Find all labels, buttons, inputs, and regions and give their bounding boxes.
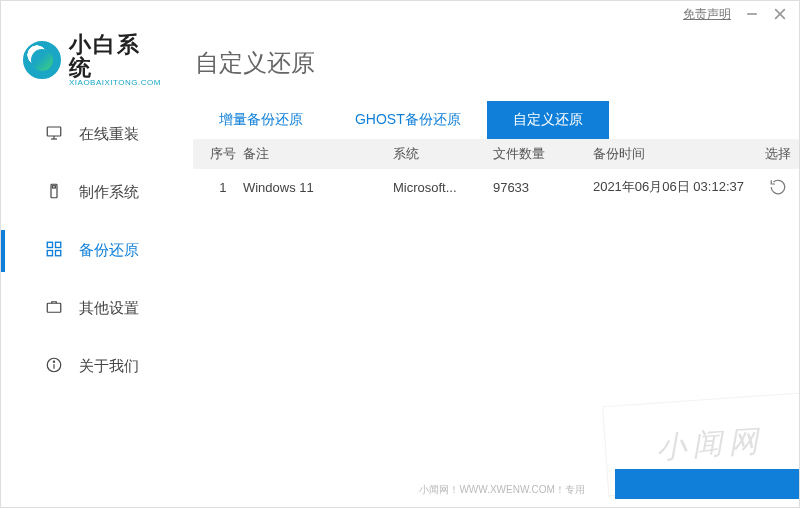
th-system: 系统: [393, 145, 493, 163]
nav-label: 关于我们: [79, 357, 139, 376]
td-time: 2021年06月06日 03:12:37: [593, 178, 753, 196]
grid-icon: [45, 240, 63, 261]
tabs: 增量备份还原 GHOST备份还原 自定义还原: [193, 101, 800, 139]
svg-point-15: [53, 361, 54, 362]
brand-logo: 小白系统 XIAOBAIXITONG.COM: [1, 33, 175, 106]
primary-action-button[interactable]: [615, 469, 800, 499]
usb-icon: [45, 182, 63, 203]
sidebar: 小白系统 XIAOBAIXITONG.COM 在线重装 制作系统 备份还原: [1, 27, 175, 507]
minimize-button[interactable]: [745, 7, 759, 21]
tab-ghost[interactable]: GHOST备份还原: [329, 101, 487, 139]
svg-rect-10: [47, 251, 52, 256]
nav-item-about[interactable]: 关于我们: [1, 338, 175, 396]
td-action: [753, 178, 800, 196]
backup-table: 序号 备注 系统 文件数量 备份时间 选择 1 Windows 11 Micro…: [193, 139, 800, 205]
svg-rect-11: [56, 251, 61, 256]
page-title: 自定义还原: [193, 35, 800, 101]
close-button[interactable]: [773, 7, 787, 21]
restore-icon[interactable]: [769, 178, 787, 196]
tab-custom[interactable]: 自定义还原: [487, 101, 609, 139]
disclaimer-link[interactable]: 免责声明: [683, 6, 731, 23]
footer-caption: 小闻网！WWW.XWENW.COM！专用: [419, 483, 585, 497]
brand-subtitle: XIAOBAIXITONG.COM: [69, 79, 161, 87]
nav-item-make[interactable]: 制作系统: [1, 164, 175, 222]
nav-item-settings[interactable]: 其他设置: [1, 280, 175, 338]
nav-label: 制作系统: [79, 183, 139, 202]
table-header: 序号 备注 系统 文件数量 备份时间 选择: [193, 139, 800, 169]
nav-label: 备份还原: [79, 241, 139, 260]
brand-title: 小白系统: [69, 33, 161, 79]
logo-icon: [23, 41, 61, 79]
nav-item-reinstall[interactable]: 在线重装: [1, 106, 175, 164]
td-remark: Windows 11: [243, 180, 393, 195]
monitor-icon: [45, 124, 63, 145]
th-seq: 序号: [203, 145, 243, 163]
th-time: 备份时间: [593, 145, 753, 163]
info-icon: [45, 356, 63, 377]
main-panel: 自定义还原 增量备份还原 GHOST备份还原 自定义还原 序号 备注 系统 文件…: [175, 27, 800, 507]
nav-label: 其他设置: [79, 299, 139, 318]
svg-rect-9: [56, 242, 61, 247]
td-seq: 1: [203, 180, 243, 195]
td-system: Microsoft...: [393, 180, 493, 195]
tab-incremental[interactable]: 增量备份还原: [193, 101, 329, 139]
svg-rect-12: [47, 303, 61, 312]
nav-item-backup[interactable]: 备份还原: [1, 222, 175, 280]
table-row[interactable]: 1 Windows 11 Microsoft... 97633 2021年06月…: [193, 169, 800, 205]
titlebar: 免责声明: [1, 1, 799, 27]
td-count: 97633: [493, 180, 593, 195]
svg-rect-8: [47, 242, 52, 247]
th-count: 文件数量: [493, 145, 593, 163]
th-select: 选择: [753, 145, 800, 163]
nav-label: 在线重装: [79, 125, 139, 144]
svg-rect-7: [53, 186, 56, 188]
th-remark: 备注: [243, 145, 393, 163]
briefcase-icon: [45, 298, 63, 319]
svg-rect-3: [47, 127, 61, 136]
